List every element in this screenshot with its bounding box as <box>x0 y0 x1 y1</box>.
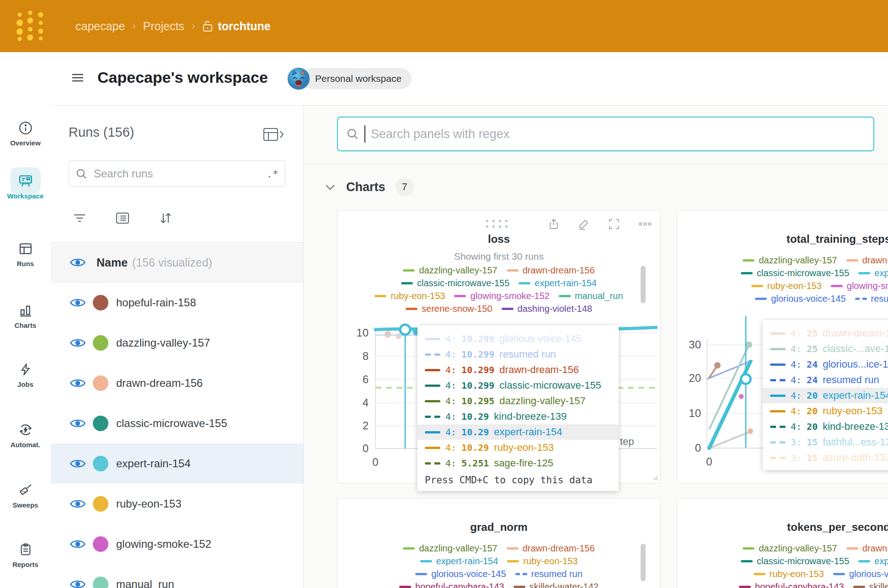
tooltip-row[interactable]: 4: 10.299 resumed run <box>417 347 619 362</box>
run-row[interactable]: manual_run <box>51 564 303 588</box>
group-list-icon[interactable] <box>116 212 129 225</box>
run-visibility-eye-icon[interactable] <box>70 378 86 389</box>
legend-item[interactable]: glorious-voice-145 <box>833 569 888 579</box>
legend-item[interactable]: dazzling-valley-157 <box>743 255 837 266</box>
run-visibility-eye-icon[interactable] <box>70 418 86 429</box>
visibility-all-eye-icon[interactable] <box>70 257 86 268</box>
run-row[interactable]: glowing-smoke-152 <box>51 524 303 564</box>
legend-item[interactable]: resumed run <box>855 294 888 304</box>
sidebar-item-workspace[interactable]: Workspace <box>0 173 51 200</box>
workspace-badge[interactable]: Personal workspace <box>288 68 412 90</box>
legend-item[interactable]: ruby-eon-153 <box>751 281 822 291</box>
legend-item[interactable]: dashing-violet-148 <box>502 304 592 314</box>
panel-tokens-per-second[interactable]: tokens_per_second dazzling-valley-157dra… <box>677 498 888 588</box>
run-name[interactable]: drawn-dream-156 <box>116 377 203 390</box>
legend-item[interactable]: serene-snow-150 <box>406 304 492 314</box>
legend-item[interactable]: classic-microwave-155 <box>741 268 849 278</box>
legend-item[interactable]: dazzling-valley-157 <box>403 543 497 554</box>
legend-item[interactable]: glowing-smoke-152 <box>831 281 888 291</box>
tooltip-row[interactable]: 3: 15 azure-oath-137 <box>763 450 888 465</box>
tooltip-row[interactable]: 4: 5.251 sage-fire-125 <box>417 455 619 471</box>
legend-item[interactable]: resumed run <box>515 569 583 579</box>
personal-workspace-pill[interactable]: Personal workspace <box>302 68 412 89</box>
sort-icon[interactable] <box>159 211 172 225</box>
run-name[interactable]: classic-microwave-155 <box>116 417 227 430</box>
legend-item[interactable]: drawn-dream-156 <box>507 265 595 276</box>
run-row[interactable]: ruby-eon-153 <box>51 484 303 524</box>
chevron-down-icon[interactable] <box>324 183 336 191</box>
more-options-icon[interactable] <box>638 218 652 230</box>
sidebar-item-overview[interactable]: Overview <box>0 120 51 147</box>
filter-icon[interactable] <box>73 212 86 224</box>
legend-scrollbar[interactable] <box>641 266 646 303</box>
panel-resize-handle[interactable] <box>652 475 658 481</box>
drag-handle-icon[interactable] <box>486 220 512 231</box>
legend-item[interactable]: expert-rain-154 <box>858 268 888 278</box>
run-row[interactable]: hopeful-rain-158 <box>51 283 303 323</box>
legend-item[interactable]: hopeful-capybara-143 <box>399 582 504 588</box>
run-visibility-eye-icon[interactable] <box>70 297 86 308</box>
legend-item[interactable]: ruby-eon-153 <box>374 291 445 301</box>
tooltip-row[interactable]: 4: 20 kind-breeze-139 <box>763 419 888 434</box>
run-name[interactable]: ruby-eon-153 <box>116 497 182 510</box>
tooltip-row[interactable]: 4: 10.29 ruby-eon-153 <box>417 440 619 455</box>
fullscreen-icon[interactable] <box>608 218 620 230</box>
regex-toggle[interactable]: .* <box>267 168 279 180</box>
legend-item[interactable]: expert-rain-154 <box>519 278 597 289</box>
run-row[interactable]: dazzling-valley-157 <box>51 323 303 363</box>
sidebar-item-reports[interactable]: Reports <box>0 541 51 568</box>
run-visibility-eye-icon[interactable] <box>70 579 86 588</box>
tooltip-row[interactable]: 3: 15 faithful...ess-139 <box>763 434 888 450</box>
tooltip-row[interactable]: 4: 24 resumed run <box>763 372 888 388</box>
panel-grad-norm[interactable]: grad_norm dazzling-valley-157drawn-dream… <box>337 498 661 588</box>
legend-item[interactable]: skilled-water-142 <box>853 582 888 588</box>
legend-item[interactable]: glorious-voice-145 <box>755 294 845 304</box>
run-name[interactable]: manual_run <box>116 578 174 588</box>
legend-item[interactable]: drawn-dream-156 <box>846 543 888 554</box>
edit-pencil-icon[interactable] <box>578 218 590 230</box>
charts-section-label[interactable]: Charts <box>346 180 385 194</box>
legend-item[interactable]: ruby-eon-153 <box>507 556 578 567</box>
tooltip-row[interactable]: 4: 25 classic-...ave-155 <box>763 341 888 357</box>
panel-search-input[interactable] <box>370 127 865 142</box>
run-visibility-eye-icon[interactable] <box>70 458 86 469</box>
legend-item[interactable]: expert-rain-154 <box>858 556 888 567</box>
runs-search-input[interactable] <box>93 167 267 181</box>
breadcrumb-project-current[interactable]: torchtune <box>202 20 270 33</box>
legend-item[interactable]: glorious-voice-145 <box>415 569 506 579</box>
tooltip-row[interactable]: 4: 10.299 drawn-dream-156 <box>417 362 619 378</box>
name-column-label[interactable]: Name <box>96 256 128 269</box>
run-row[interactable]: classic-microwave-155 <box>51 403 303 444</box>
tooltip-row[interactable]: 4: 10.29 kind-breeze-139 <box>417 409 619 424</box>
legend-item[interactable]: manual_run <box>559 291 623 301</box>
run-name[interactable]: dazzling-valley-157 <box>116 337 210 349</box>
legend-item[interactable]: hopeful-capybara-143 <box>739 582 844 588</box>
tooltip-row[interactable]: 4: 10.295 dazzling-valley-157 <box>417 393 619 409</box>
breadcrumb-entity[interactable]: capecape <box>75 20 125 33</box>
run-row[interactable]: drawn-dream-156 <box>51 363 303 403</box>
menu-hamburger-icon[interactable] <box>71 72 84 83</box>
run-name[interactable]: expert-rain-154 <box>116 457 191 470</box>
run-row[interactable]: expert-rain-154 <box>51 444 303 484</box>
export-icon[interactable] <box>548 218 560 230</box>
sidebar-item-jobs[interactable]: Jobs <box>0 361 51 388</box>
tooltip-row[interactable]: 4: 10.299 glorious-voice-145 <box>417 331 619 347</box>
legend-item[interactable]: glowing-smoke-152 <box>454 291 549 301</box>
tooltip-row[interactable]: 4: 25 drawn-dream-156 <box>763 326 888 341</box>
sidebar-item-charts[interactable]: Charts <box>0 302 51 329</box>
legend-item[interactable]: classic-microwave-155 <box>401 278 509 289</box>
sidebar-item-runs[interactable]: Runs <box>0 241 51 267</box>
sidebar-item-sweeps[interactable]: Sweeps <box>0 482 51 509</box>
legend-item[interactable]: classic-microwave-155 <box>741 556 849 567</box>
tooltip-row[interactable]: 4: 24 glorious...ice-145 <box>763 357 888 372</box>
breadcrumb-projects[interactable]: Projects <box>143 20 184 33</box>
wandb-logo-icon[interactable] <box>16 9 46 42</box>
run-name[interactable]: hopeful-rain-158 <box>116 296 196 309</box>
tooltip-row[interactable]: 4: 10.299 classic-microwave-155 <box>417 378 619 393</box>
legend-item[interactable]: drawn-dream-156 <box>507 543 595 554</box>
legend-item[interactable]: ruby-eon-153 <box>754 569 824 579</box>
legend-item[interactable]: drawn-dream-156 <box>846 255 888 266</box>
legend-item[interactable]: expert-rain-154 <box>420 556 498 567</box>
run-visibility-eye-icon[interactable] <box>70 337 86 348</box>
tooltip-row[interactable]: 4: 10.29 expert-rain-154 <box>417 424 619 440</box>
